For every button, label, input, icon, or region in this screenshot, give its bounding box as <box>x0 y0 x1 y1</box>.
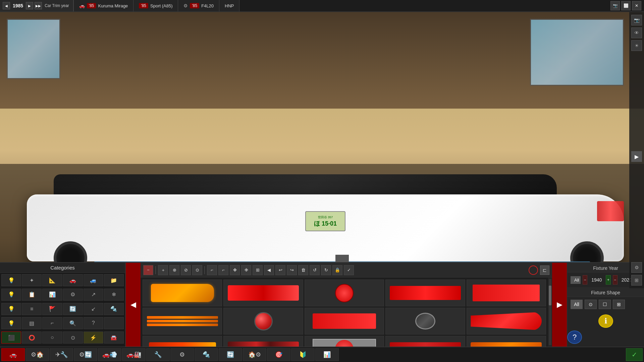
fixture-item-3[interactable] <box>305 280 384 306</box>
prev-btn[interactable]: ◀ <box>3 2 10 9</box>
shape-rect-btn[interactable]: ☐ <box>599 300 611 309</box>
sun-icon[interactable]: ☀ <box>631 40 642 51</box>
settings-icon[interactable]: ⚙ <box>631 262 642 273</box>
camera-icon[interactable]: 📷 <box>631 15 642 25</box>
cat-btn-stats[interactable]: 📊 <box>42 289 62 301</box>
cat-btn-snow[interactable]: ❄ <box>104 289 124 301</box>
task-shop-btn[interactable]: ⚙🏠 <box>25 348 49 361</box>
fan-btn[interactable]: ⊗ <box>169 265 179 275</box>
cat-btn-corner[interactable]: ⌐ <box>42 317 62 329</box>
fast-next-btn[interactable]: ▶▶ <box>35 2 42 9</box>
expand-icon[interactable]: ▶ <box>631 151 642 162</box>
move-btn[interactable]: ✥ <box>230 265 240 275</box>
circle-btn[interactable]: ⊙ <box>192 265 202 275</box>
task-chart-btn[interactable]: 📊 <box>315 348 339 361</box>
task-speed-btn[interactable]: 🚗💨 <box>98 348 121 361</box>
crop-btn[interactable]: ⌐ <box>207 265 217 275</box>
delete-btn[interactable]: 🗑 <box>298 265 308 275</box>
record-btn[interactable] <box>529 265 538 275</box>
task-factory-btn[interactable]: 🚗🏭 <box>122 348 146 361</box>
task-mod-btn[interactable]: ⚙🔄 <box>74 348 97 361</box>
task-confirm-btn[interactable]: ✓ <box>626 348 643 361</box>
cat-btn-square[interactable]: ⬛ <box>1 331 21 344</box>
close-btn[interactable]: ✕ <box>632 1 641 10</box>
cat-btn-light4[interactable]: 💡 <box>1 317 21 329</box>
fixture-item-15[interactable] <box>467 336 546 347</box>
task-homemod-btn[interactable]: 🏠⚙ <box>243 348 266 361</box>
cat-btn-rotate[interactable]: 🔄 <box>63 303 83 315</box>
ccw-btn[interactable]: ↺ <box>310 265 320 275</box>
cat-btn-file[interactable]: 📁 <box>104 274 124 286</box>
grid-icon[interactable]: ⊞ <box>631 275 642 286</box>
fixture-item-4[interactable] <box>385 280 465 306</box>
fixture-item-2[interactable] <box>223 280 303 306</box>
screenshot-btn[interactable]: 📷 <box>610 1 620 10</box>
shape-oval-btn[interactable]: ⊙ <box>585 300 597 309</box>
tab-car[interactable]: 🚗 '85 Kuruma Mirage <box>74 0 134 11</box>
arrow-left-btn[interactable]: ◀ <box>264 265 274 275</box>
minimize-btn[interactable]: ⬜ <box>621 1 631 10</box>
next-btn[interactable]: ▶ <box>26 2 33 9</box>
cat-btn-shape[interactable]: 📐 <box>42 274 62 286</box>
task-car-btn[interactable]: 🚗 <box>1 348 25 361</box>
cat-btn-car3[interactable]: 🚘 <box>104 331 124 344</box>
year-all-btn[interactable]: All <box>571 276 581 284</box>
cross-btn[interactable]: ✙ <box>241 265 251 275</box>
task-gear-btn[interactable]: ⚙ <box>170 348 194 361</box>
fixture-item-13[interactable] <box>305 336 384 347</box>
cat-btn-headlight[interactable]: 💡 <box>1 274 21 286</box>
cat-btn-car1[interactable]: 🚗 <box>63 274 83 286</box>
cat-btn-target[interactable]: ⊙ <box>63 331 83 344</box>
fixture-scrollbar[interactable] <box>548 278 552 347</box>
cat-btn-flag[interactable]: 🚩 <box>42 303 62 315</box>
cat-btn-lines[interactable]: ≡ <box>22 303 42 315</box>
confirm-btn[interactable]: ✓ <box>344 265 354 275</box>
tab-trim[interactable]: '85 Sport (A85) <box>133 0 178 11</box>
lock-btn[interactable]: 🔒 <box>332 265 342 275</box>
fixture-item-5[interactable] <box>467 280 546 306</box>
task-wrench-btn[interactable]: 🔧 <box>146 348 170 361</box>
add-btn[interactable]: ＋ <box>158 265 168 275</box>
cat-btn-search[interactable]: 🔍 <box>63 317 83 329</box>
remove-fixture-btn[interactable]: − <box>143 265 153 275</box>
cat-btn-light2[interactable]: 💡 <box>1 289 21 301</box>
tab-engine[interactable]: ⚙ '85 F4L20 <box>178 0 219 11</box>
task-target-btn[interactable]: 🎯 <box>267 348 290 361</box>
next-category-btn[interactable]: ▶ <box>552 263 567 347</box>
cat-btn-arrow-sw[interactable]: ↙ <box>84 303 103 315</box>
cat-btn-glow[interactable]: ✦ <box>22 274 42 286</box>
cat-btn-circle[interactable]: ⭕ <box>22 331 42 344</box>
task-rotate-btn[interactable]: 🔄 <box>219 348 242 361</box>
cat-btn-bars[interactable]: ▤ <box>22 317 42 329</box>
cat-btn-gear[interactable]: ⚙ <box>63 289 83 301</box>
shape-grid-btn[interactable]: ⊞ <box>613 300 625 309</box>
info-badge[interactable]: ℹ <box>598 314 613 328</box>
help-badge[interactable]: ? <box>567 330 582 344</box>
task-badge-btn[interactable]: 🔰 <box>291 348 315 361</box>
shape-all-btn[interactable]: All <box>571 300 583 309</box>
eye-icon[interactable]: 👁 <box>631 27 642 38</box>
task-nut-btn[interactable]: 🔩 <box>195 348 218 361</box>
year-min-decrease-btn[interactable]: − <box>583 275 587 285</box>
fixture-item-14[interactable] <box>385 336 465 347</box>
year-max-decrease-btn[interactable]: − <box>613 275 618 285</box>
undo-btn[interactable]: ↩ <box>275 265 285 275</box>
cat-btn-car2[interactable]: 🚙 <box>84 274 103 286</box>
fixture-item-11[interactable] <box>143 336 222 347</box>
tab-body[interactable]: HNP <box>219 0 239 11</box>
cat-btn-help[interactable]: ? <box>84 317 103 329</box>
fixture-item-6[interactable] <box>143 308 222 335</box>
fixture-item-1[interactable] <box>143 280 222 306</box>
grid-btn[interactable]: ⊞ <box>253 265 263 275</box>
cat-btn-list[interactable]: 📋 <box>22 289 42 301</box>
task-fly-btn[interactable]: ✈🔧 <box>50 348 73 361</box>
fixture-item-12[interactable] <box>223 336 303 347</box>
fixture-item-9[interactable] <box>385 308 465 335</box>
ban-btn[interactable]: ⊘ <box>181 265 191 275</box>
fixture-item-10[interactable] <box>467 308 546 335</box>
cat-btn-light3[interactable]: 💡 <box>1 303 21 315</box>
cw-btn[interactable]: ↻ <box>321 265 331 275</box>
fixture-item-8[interactable] <box>305 308 384 335</box>
cat-btn-bolt[interactable]: 🔩 <box>104 303 124 315</box>
cat-btn-ring[interactable]: ○ <box>42 331 62 344</box>
